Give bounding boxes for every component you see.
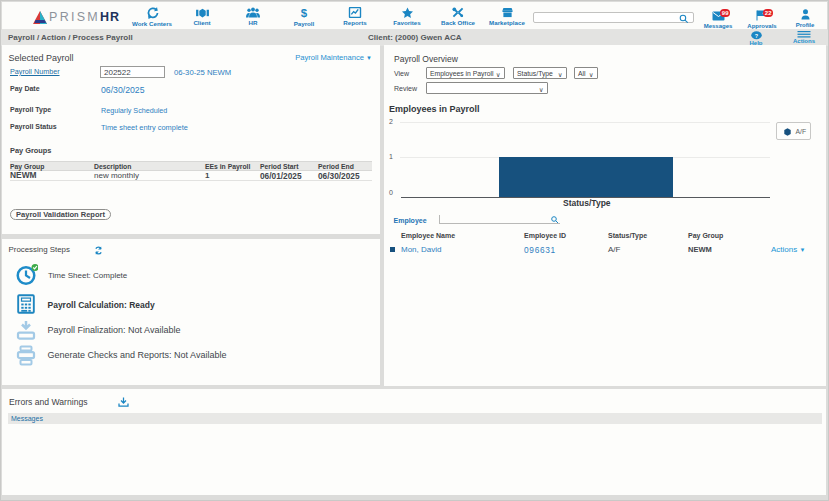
svg-text:$: $ — [301, 7, 308, 19]
